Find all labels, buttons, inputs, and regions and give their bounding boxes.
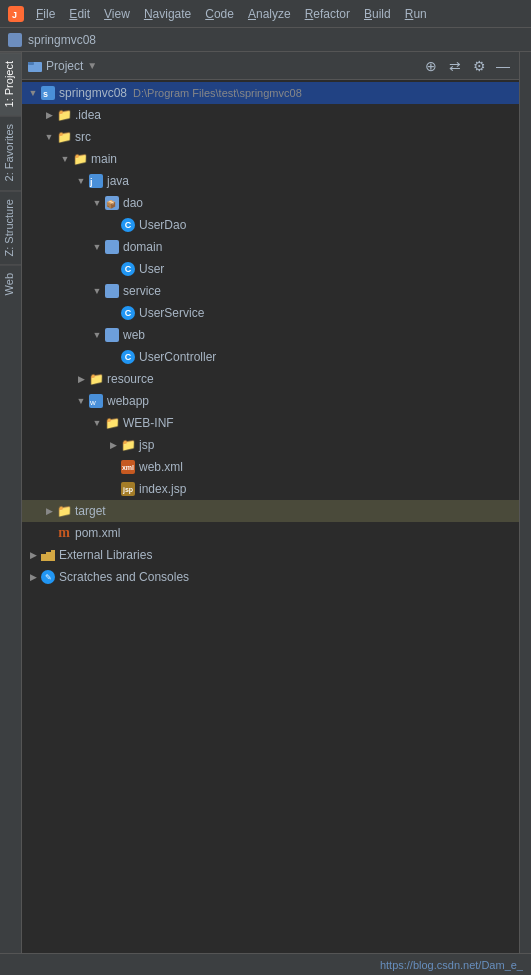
tree-item-java[interactable]: ▼ j java bbox=[22, 170, 519, 192]
tree-item-main[interactable]: ▼ 📁 main bbox=[22, 148, 519, 170]
arrow-scratches: ▶ bbox=[26, 572, 40, 582]
menu-run[interactable]: Run bbox=[399, 5, 433, 23]
icon-jsp-folder: 📁 bbox=[120, 437, 136, 453]
toolbar-collapse-btn[interactable]: ⇄ bbox=[445, 56, 465, 76]
arrow-domain: ▼ bbox=[90, 242, 104, 252]
toolbar-settings-btn[interactable]: ⚙ bbox=[469, 56, 489, 76]
window-icon bbox=[8, 33, 22, 47]
tree-item-target[interactable]: ▶ 📁 target bbox=[22, 500, 519, 522]
tree-item-src[interactable]: ▼ 📁 src bbox=[22, 126, 519, 148]
menu-build[interactable]: Build bbox=[358, 5, 397, 23]
app-logo: J bbox=[8, 6, 24, 22]
svg-rect-17 bbox=[51, 550, 55, 561]
icon-webxml: xml bbox=[120, 459, 136, 475]
svg-rect-16 bbox=[46, 552, 51, 561]
tree-item-usercontroller[interactable]: ▶ C UserController bbox=[22, 346, 519, 368]
tree-item-service[interactable]: ▼ service bbox=[22, 280, 519, 302]
label-usercontroller: UserController bbox=[139, 350, 216, 364]
menu-refactor[interactable]: Refactor bbox=[299, 5, 356, 23]
tree-item-domain[interactable]: ▼ domain bbox=[22, 236, 519, 258]
tree-item-dao[interactable]: ▼ 📦 dao bbox=[22, 192, 519, 214]
icon-target: 📁 bbox=[56, 503, 72, 519]
label-indexjsp: index.jsp bbox=[139, 482, 186, 496]
tree-item-user[interactable]: ▶ C User bbox=[22, 258, 519, 280]
svg-text:📦: 📦 bbox=[106, 199, 116, 209]
arrow-resource: ▶ bbox=[74, 374, 88, 384]
path-springmvc08: D:\Program Files\test\springmvc08 bbox=[133, 87, 302, 99]
project-dropdown-label[interactable]: Project bbox=[46, 59, 83, 73]
arrow-idea: ▶ bbox=[42, 110, 56, 120]
tree-item-ext-libs[interactable]: ▶ External Libraries bbox=[22, 544, 519, 566]
project-tree: ▼ s springmvc08 D:\Program Files\test\sp… bbox=[22, 80, 519, 953]
svg-rect-3 bbox=[28, 62, 34, 65]
toolbar-hide-btn[interactable]: — bbox=[493, 56, 513, 76]
icon-web bbox=[104, 327, 120, 343]
arrow-target: ▶ bbox=[42, 506, 56, 516]
svg-rect-10 bbox=[105, 240, 119, 254]
label-java: java bbox=[107, 174, 129, 188]
label-webapp: webapp bbox=[107, 394, 149, 408]
tree-item-indexjsp[interactable]: ▶ jsp index.jsp bbox=[22, 478, 519, 500]
menu-navigate[interactable]: Navigate bbox=[138, 5, 197, 23]
label-web: web bbox=[123, 328, 145, 342]
label-target: target bbox=[75, 504, 106, 518]
icon-userdao: C bbox=[120, 217, 136, 233]
svg-text:j: j bbox=[89, 177, 93, 187]
tree-item-userservice[interactable]: ▶ C UserService bbox=[22, 302, 519, 324]
tree-item-webapp[interactable]: ▼ w webapp bbox=[22, 390, 519, 412]
label-userdao: UserDao bbox=[139, 218, 186, 232]
tree-item-pomxml[interactable]: ▶ m pom.xml bbox=[22, 522, 519, 544]
sidebar-tab-structure[interactable]: Z: Structure bbox=[0, 190, 21, 264]
arrow-jsp-folder: ▶ bbox=[106, 440, 120, 450]
label-pomxml: pom.xml bbox=[75, 526, 120, 540]
menu-file[interactable]: File bbox=[30, 5, 61, 23]
project-dropdown-arrow[interactable]: ▼ bbox=[87, 60, 97, 71]
project-toolbar: Project ▼ ⊕ ⇄ ⚙ — bbox=[22, 52, 519, 80]
tree-item-scratches[interactable]: ▶ ✎ Scratches and Consoles bbox=[22, 566, 519, 588]
icon-webinf: 📁 bbox=[104, 415, 120, 431]
tree-item-web[interactable]: ▼ web bbox=[22, 324, 519, 346]
label-service: service bbox=[123, 284, 161, 298]
label-userservice: UserService bbox=[139, 306, 204, 320]
sidebar-tab-favorites[interactable]: 2: Favorites bbox=[0, 115, 21, 189]
label-ext-libs: External Libraries bbox=[59, 548, 152, 562]
arrow-webapp: ▼ bbox=[74, 396, 88, 406]
tree-item-jsp-folder[interactable]: ▶ 📁 jsp bbox=[22, 434, 519, 456]
icon-webapp: w bbox=[88, 393, 104, 409]
icon-indexjsp: jsp bbox=[120, 481, 136, 497]
label-dao: dao bbox=[123, 196, 143, 210]
icon-dao: 📦 bbox=[104, 195, 120, 211]
menu-code[interactable]: Code bbox=[199, 5, 240, 23]
label-resource: resource bbox=[107, 372, 154, 386]
svg-rect-11 bbox=[105, 284, 119, 298]
arrow-springmvc08: ▼ bbox=[26, 88, 40, 98]
sidebar-tab-web[interactable]: Web bbox=[0, 264, 21, 303]
toolbar-locate-btn[interactable]: ⊕ bbox=[421, 56, 441, 76]
window-title-label: springmvc08 bbox=[28, 33, 96, 47]
label-main: main bbox=[91, 152, 117, 166]
tree-item-resource[interactable]: ▶ 📁 resource bbox=[22, 368, 519, 390]
tree-item-userdao[interactable]: ▶ C UserDao bbox=[22, 214, 519, 236]
arrow-webinf: ▼ bbox=[90, 418, 104, 428]
svg-rect-15 bbox=[41, 554, 46, 561]
icon-pomxml: m bbox=[56, 525, 72, 541]
tree-item-idea[interactable]: ▶ 📁 .idea bbox=[22, 104, 519, 126]
icon-user: C bbox=[120, 261, 136, 277]
tree-item-springmvc08[interactable]: ▼ s springmvc08 D:\Program Files\test\sp… bbox=[22, 82, 519, 104]
left-sidebar: 1: Project 2: Favorites Z: Structure Web bbox=[0, 52, 22, 953]
menu-items: File Edit View Navigate Code Analyze Ref… bbox=[30, 5, 433, 23]
icon-java: j bbox=[88, 173, 104, 189]
status-url: https://blog.csdn.net/Dam_e_ bbox=[380, 959, 523, 971]
sidebar-tab-project[interactable]: 1: Project bbox=[0, 52, 21, 115]
tree-item-webxml[interactable]: ▶ xml web.xml bbox=[22, 456, 519, 478]
tree-item-webinf[interactable]: ▼ 📁 WEB-INF bbox=[22, 412, 519, 434]
menu-analyze[interactable]: Analyze bbox=[242, 5, 297, 23]
menu-view[interactable]: View bbox=[98, 5, 136, 23]
right-sidebar bbox=[519, 52, 531, 953]
icon-idea: 📁 bbox=[56, 107, 72, 123]
menu-edit[interactable]: Edit bbox=[63, 5, 96, 23]
label-scratches: Scratches and Consoles bbox=[59, 570, 189, 584]
main-area: 1: Project 2: Favorites Z: Structure Web… bbox=[0, 52, 531, 953]
label-springmvc08: springmvc08 bbox=[59, 86, 127, 100]
label-src: src bbox=[75, 130, 91, 144]
